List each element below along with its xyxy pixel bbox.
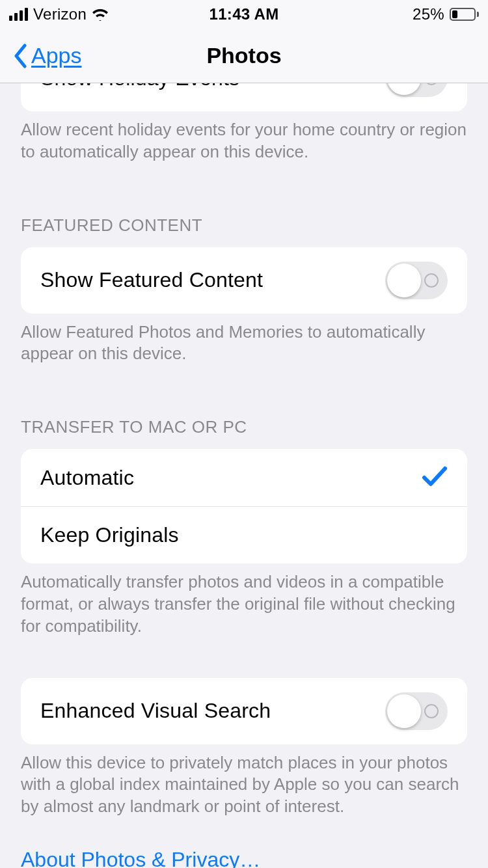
transfer-footer: Automatically transfer photos and videos…: [0, 563, 488, 637]
back-button[interactable]: Apps: [13, 43, 82, 68]
enhanced-visual-search-toggle[interactable]: [385, 692, 448, 730]
transfer-automatic-label: Automatic: [40, 466, 134, 490]
transfer-card: Automatic Keep Originals: [21, 449, 467, 563]
show-featured-content-toggle[interactable]: [385, 262, 448, 299]
wifi-icon: [92, 8, 109, 21]
show-featured-content-label: Show Featured Content: [40, 268, 263, 292]
about-photos-privacy-link[interactable]: About Photos & Privacy…: [0, 818, 488, 868]
nav-bar: Apps Photos: [0, 29, 488, 83]
checkmark-icon: [422, 465, 448, 491]
cellular-signal-icon: [9, 8, 28, 21]
show-holiday-events-toggle[interactable]: [385, 83, 448, 97]
featured-content-footer: Allow Featured Photos and Memories to au…: [0, 314, 488, 366]
show-holiday-events-row[interactable]: Show Holiday Events: [21, 83, 467, 111]
featured-content-card: Show Featured Content: [21, 247, 467, 314]
chevron-left-icon: [13, 44, 27, 68]
show-featured-content-row[interactable]: Show Featured Content: [21, 247, 467, 314]
back-label: Apps: [31, 43, 82, 68]
status-bar: Verizon 11:43 AM 25%: [0, 0, 488, 29]
transfer-automatic-row[interactable]: Automatic: [21, 449, 467, 506]
enhanced-visual-search-label: Enhanced Visual Search: [40, 699, 271, 723]
battery-percent: 25%: [413, 5, 444, 23]
clock: 11:43 AM: [210, 5, 279, 23]
enhanced-visual-search-card: Enhanced Visual Search: [21, 678, 467, 744]
transfer-keep-originals-label: Keep Originals: [40, 523, 179, 547]
featured-content-header: FEATURED CONTENT: [0, 198, 488, 242]
show-holiday-events-label: Show Holiday Events: [40, 83, 239, 90]
transfer-keep-originals-row[interactable]: Keep Originals: [21, 506, 467, 563]
enhanced-visual-search-row[interactable]: Enhanced Visual Search: [21, 678, 467, 744]
holiday-events-card: Show Holiday Events: [21, 83, 467, 111]
carrier-label: Verizon: [33, 5, 87, 23]
holiday-events-footer: Allow recent holiday events for your hom…: [0, 111, 488, 163]
enhanced-visual-search-footer: Allow this device to privately match pla…: [0, 744, 488, 818]
battery-icon: [450, 8, 479, 21]
transfer-header: TRANSFER TO MAC OR PC: [0, 400, 488, 444]
